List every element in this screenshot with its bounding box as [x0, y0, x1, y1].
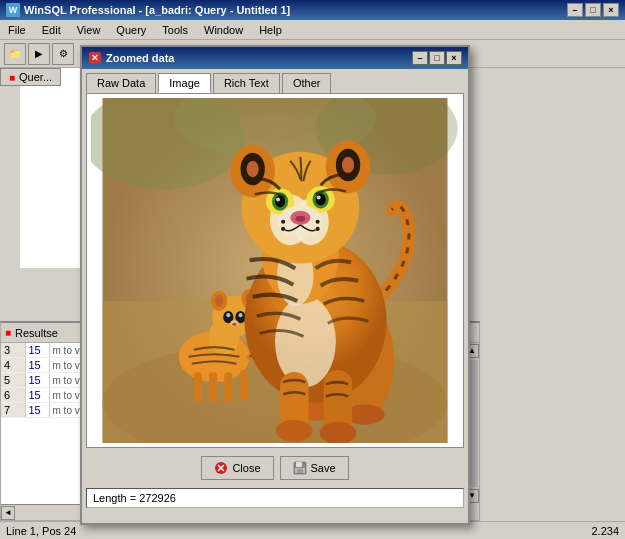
tab-other[interactable]: Other	[282, 73, 332, 93]
svg-point-30	[275, 296, 336, 387]
save-icon	[293, 461, 307, 475]
menu-help[interactable]: Help	[255, 23, 286, 37]
svg-rect-67	[297, 469, 303, 473]
menu-query[interactable]: Query	[112, 23, 150, 37]
svg-rect-65	[296, 462, 302, 467]
main-minimize-btn[interactable]: –	[567, 3, 583, 17]
svg-point-56	[295, 216, 305, 222]
menu-edit[interactable]: Edit	[38, 23, 65, 37]
tab-image[interactable]: Image	[158, 73, 211, 93]
results-icon: ■	[5, 327, 11, 338]
main-window-title: WinSQL Professional - [a_badri: Query - …	[24, 4, 290, 16]
main-titlebar: W WinSQL Professional - [a_badri: Query …	[0, 0, 625, 20]
line-numbers: 1	[0, 68, 20, 268]
svg-point-34	[320, 422, 357, 443]
dialog-footer: Close Save	[82, 448, 468, 488]
query-tab-icon: ■	[9, 72, 15, 83]
svg-text:✕: ✕	[91, 53, 99, 63]
app-icon: W	[6, 3, 20, 17]
editor-content[interactable]: selec	[20, 68, 64, 268]
svg-point-17	[215, 295, 223, 307]
svg-point-22	[238, 313, 242, 317]
svg-point-24	[232, 323, 236, 326]
svg-point-21	[226, 313, 230, 317]
results-label: Resultse	[15, 327, 58, 339]
dialog-tabs: Raw Data Image Rich Text Other	[82, 69, 468, 93]
dialog-image-content	[86, 93, 464, 448]
close-icon	[214, 461, 228, 475]
menu-view[interactable]: View	[73, 23, 105, 37]
svg-point-53	[317, 195, 321, 199]
svg-point-57	[281, 220, 285, 224]
save-label: Save	[311, 462, 336, 474]
dialog-minimize-btn[interactable]: –	[412, 51, 428, 65]
status-text: Line 1, Pos 24	[6, 525, 76, 537]
main-close-btn[interactable]: ×	[603, 3, 619, 17]
scroll-left-arrow[interactable]: ◄	[1, 506, 15, 520]
zoomed-data-dialog: ✕ Zoomed data – □ × Raw Data Image Rich …	[80, 45, 470, 525]
svg-rect-12	[239, 370, 247, 400]
main-title-left: W WinSQL Professional - [a_badri: Query …	[6, 3, 290, 17]
dialog-close-btn[interactable]: ×	[446, 51, 462, 65]
svg-point-58	[281, 227, 285, 231]
svg-rect-10	[209, 372, 217, 402]
menu-tools[interactable]: Tools	[158, 23, 192, 37]
dialog-maximize-btn[interactable]: □	[429, 51, 445, 65]
dialog-titlebar: ✕ Zoomed data – □ ×	[82, 47, 468, 69]
main-maximize-btn[interactable]: □	[585, 3, 601, 17]
close-label: Close	[232, 462, 260, 474]
main-title-controls: – □ ×	[567, 3, 619, 17]
dialog-status-text: Length = 272926	[93, 492, 176, 504]
dialog-title: Zoomed data	[106, 52, 174, 64]
svg-point-45	[342, 157, 354, 173]
query-tab[interactable]: ■ Quer...	[0, 68, 61, 86]
tiger-image	[91, 98, 459, 443]
toolbar-btn-3[interactable]: ⚙	[52, 43, 74, 65]
tab-raw-data[interactable]: Raw Data	[86, 73, 156, 93]
toolbar-btn-2[interactable]: ▶	[28, 43, 50, 65]
svg-rect-11	[224, 372, 232, 402]
menu-file[interactable]: File	[4, 23, 30, 37]
dialog-statusbar: Length = 272926	[86, 488, 464, 508]
svg-rect-9	[194, 372, 202, 402]
menu-bar: File Edit View Query Tools Window Help	[0, 20, 625, 40]
svg-point-59	[316, 220, 320, 224]
tab-rich-text[interactable]: Rich Text	[213, 73, 280, 93]
query-tab-label: Quer...	[19, 71, 52, 83]
close-button[interactable]: Close	[201, 456, 273, 480]
menu-window[interactable]: Window	[200, 23, 247, 37]
save-button[interactable]: Save	[280, 456, 349, 480]
dialog-title-left: ✕ Zoomed data	[88, 51, 174, 65]
svg-point-60	[316, 227, 320, 231]
svg-point-44	[247, 161, 259, 177]
svg-point-33	[276, 420, 313, 442]
dialog-controls: – □ ×	[412, 51, 462, 65]
toolbar-btn-1[interactable]: 📁	[4, 43, 26, 65]
svg-point-51	[316, 193, 326, 205]
dialog-app-icon: ✕	[88, 51, 102, 65]
svg-point-52	[276, 197, 280, 201]
status-right: 2.234	[591, 525, 619, 537]
